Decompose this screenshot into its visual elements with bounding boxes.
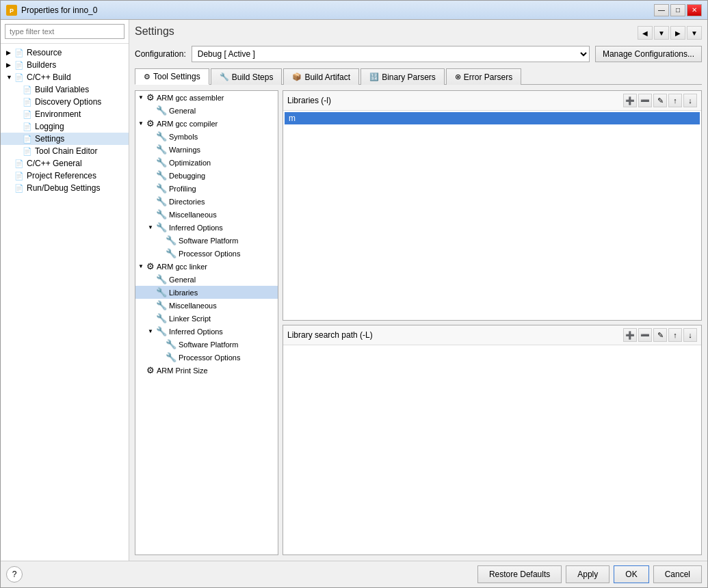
search-add-button[interactable]: ➕ bbox=[623, 328, 637, 342]
filter-input[interactable] bbox=[5, 24, 124, 39]
nav-controls: ◀ ▼ ▶ ▼ bbox=[638, 26, 702, 40]
nav-forward-button[interactable]: ▶ bbox=[670, 26, 685, 40]
libraries-panel-header: Libraries (-l) ➕ ➖ ✎ ↑ ↓ bbox=[283, 91, 701, 111]
tool-tree-item-linker-script[interactable]: 🔧 Linker Script bbox=[135, 312, 278, 325]
tab-error-parsers[interactable]: ⊗ Error Parsers bbox=[446, 68, 521, 85]
tool-tree-item-inferred-options[interactable]: ▼ 🔧 Inferred Options bbox=[135, 325, 278, 338]
lib-add-button[interactable]: ➕ bbox=[623, 94, 637, 107]
search-down-button[interactable]: ↓ bbox=[683, 328, 697, 342]
close-button[interactable]: ✕ bbox=[687, 4, 702, 16]
search-delete-button[interactable]: ➖ bbox=[638, 328, 652, 342]
tool-tree-item-arm-gcc-linker[interactable]: ▼ ⚙ ARM gcc linker bbox=[135, 260, 278, 273]
libraries-title: Libraries (-l) bbox=[287, 96, 331, 105]
tool-tree-panel: ▼ ⚙ ARM gcc assembler 🔧 General ▼ ⚙ ARM … bbox=[135, 90, 278, 555]
tab-tool-settings[interactable]: ⚙ Tool Settings bbox=[135, 68, 209, 85]
left-tree-item-run/debug-settings[interactable]: 📄 Run/Debug Settings bbox=[1, 182, 129, 194]
left-tree-item-settings[interactable]: 📄 Settings bbox=[1, 133, 129, 145]
tool-tree-item-miscellaneous[interactable]: 🔧 Miscellaneous bbox=[135, 208, 278, 221]
left-tree-item-project-references[interactable]: 📄 Project References bbox=[1, 170, 129, 182]
left-tree-item-c/c++-build[interactable]: ▼ 📄 C/C++ Build bbox=[1, 71, 129, 83]
help-button[interactable]: ? bbox=[6, 566, 23, 583]
tool-tree-item-software-platform[interactable]: 🔧 Software Platform bbox=[135, 234, 278, 247]
library-search-panel: Library search path (-L) ➕ ➖ ✎ ↑ ↓ bbox=[283, 325, 702, 555]
right-panel: Settings ◀ ▼ ▶ ▼ Configuration: Debug [ … bbox=[129, 20, 707, 561]
left-tree-item-build-variables[interactable]: 📄 Build Variables bbox=[1, 83, 129, 96]
tool-tree-item-general[interactable]: 🔧 General bbox=[135, 273, 278, 286]
tabs-bar: ⚙ Tool Settings🔧 Build Steps📦 Build Arti… bbox=[135, 68, 702, 85]
tool-tree-item-libraries[interactable]: 🔧 Libraries bbox=[135, 286, 278, 299]
svg-text:P: P bbox=[10, 8, 14, 14]
tool-tree-item-software-platform[interactable]: 🔧 Software Platform bbox=[135, 338, 278, 351]
left-panel: ▶ 📄 Resource ▶ 📄 Builders ▼ 📄 C/C++ Buil… bbox=[1, 20, 129, 561]
library-search-toolbar: ➕ ➖ ✎ ↑ ↓ bbox=[623, 328, 697, 342]
tool-tree-item-processor-options[interactable]: 🔧 Processor Options bbox=[135, 351, 278, 364]
config-row: Configuration: Debug [ Active ] Manage C… bbox=[135, 46, 702, 62]
tool-tree-item-miscellaneous[interactable]: 🔧 Miscellaneous bbox=[135, 299, 278, 312]
lib-item[interactable]: m bbox=[285, 112, 700, 124]
search-up-button[interactable]: ↑ bbox=[668, 328, 682, 342]
libraries-toolbar: ➕ ➖ ✎ ↑ ↓ bbox=[623, 94, 697, 107]
main-panels: Libraries (-l) ➕ ➖ ✎ ↑ ↓ m bbox=[283, 90, 702, 555]
config-select[interactable]: Debug [ Active ] bbox=[192, 46, 590, 62]
libraries-content: m bbox=[283, 111, 701, 320]
config-label: Configuration: bbox=[135, 49, 186, 59]
library-search-title: Library search path (-L) bbox=[287, 330, 373, 340]
minimize-button[interactable]: — bbox=[654, 4, 669, 16]
search-edit-button[interactable]: ✎ bbox=[653, 328, 667, 342]
tool-tree-item-processor-options[interactable]: 🔧 Processor Options bbox=[135, 247, 278, 260]
tab-binary-parsers[interactable]: 🔢 Binary Parsers bbox=[360, 68, 445, 85]
restore-defaults-button[interactable]: Restore Defaults bbox=[477, 565, 562, 583]
left-tree-item-logging[interactable]: 📄 Logging bbox=[1, 120, 129, 133]
library-search-content bbox=[283, 345, 701, 554]
main-window: P Properties for inno_0 — □ ✕ ▶ 📄 Resour… bbox=[0, 0, 708, 588]
panels-container: ▼ ⚙ ARM gcc assembler 🔧 General ▼ ⚙ ARM … bbox=[135, 90, 702, 555]
tool-tree-item-profiling[interactable]: 🔧 Profiling bbox=[135, 182, 278, 195]
left-tree-item-tool-chain-editor[interactable]: 📄 Tool Chain Editor bbox=[1, 145, 129, 157]
lib-down-button[interactable]: ↓ bbox=[683, 94, 697, 107]
tool-tree-item-arm-gcc-assembler[interactable]: ▼ ⚙ ARM gcc assembler bbox=[135, 91, 278, 104]
tool-tree-item-symbols[interactable]: 🔧 Symbols bbox=[135, 130, 278, 143]
window-controls: — □ ✕ bbox=[654, 4, 702, 16]
nav-dropdown2-button[interactable]: ▼ bbox=[687, 26, 702, 40]
library-search-panel-header: Library search path (-L) ➕ ➖ ✎ ↑ ↓ bbox=[283, 325, 701, 345]
window-icon: P bbox=[6, 5, 17, 16]
tool-tree-item-arm-print-size[interactable]: ⚙ ARM Print Size bbox=[135, 364, 278, 377]
ok-button[interactable]: OK bbox=[614, 565, 648, 583]
filter-box bbox=[1, 20, 129, 44]
nav-dropdown-button[interactable]: ▼ bbox=[654, 26, 669, 40]
main-content: ▶ 📄 Resource ▶ 📄 Builders ▼ 📄 C/C++ Buil… bbox=[1, 20, 707, 561]
tool-tree-item-inferred-options[interactable]: ▼ 🔧 Inferred Options bbox=[135, 221, 278, 234]
left-tree-item-resource[interactable]: ▶ 📄 Resource bbox=[1, 46, 129, 59]
cancel-button[interactable]: Cancel bbox=[653, 565, 702, 583]
manage-configurations-button[interactable]: Manage Configurations... bbox=[595, 46, 702, 62]
left-tree-item-builders[interactable]: ▶ 📄 Builders bbox=[1, 59, 129, 71]
apply-button[interactable]: Apply bbox=[566, 565, 609, 583]
lib-up-button[interactable]: ↑ bbox=[668, 94, 682, 107]
tool-tree-item-arm-gcc-compiler[interactable]: ▼ ⚙ ARM gcc compiler bbox=[135, 117, 278, 130]
maximize-button[interactable]: □ bbox=[670, 4, 685, 16]
left-tree-item-environment[interactable]: 📄 Environment bbox=[1, 108, 129, 120]
tool-tree-item-warnings[interactable]: 🔧 Warnings bbox=[135, 143, 278, 156]
tool-tree-item-debugging[interactable]: 🔧 Debugging bbox=[135, 169, 278, 182]
page-title: Settings bbox=[135, 25, 174, 38]
libraries-panel: Libraries (-l) ➕ ➖ ✎ ↑ ↓ m bbox=[283, 90, 702, 321]
tool-tree-item-optimization[interactable]: 🔧 Optimization bbox=[135, 156, 278, 169]
lib-edit-button[interactable]: ✎ bbox=[653, 94, 667, 107]
window-title: Properties for inno_0 bbox=[21, 5, 654, 15]
dialog-footer: ? Restore Defaults Apply OK Cancel bbox=[1, 561, 707, 587]
tool-tree-item-general[interactable]: 🔧 General bbox=[135, 104, 278, 117]
left-tree-item-c/c++-general[interactable]: 📄 C/C++ General bbox=[1, 157, 129, 170]
tab-build-steps[interactable]: 🔧 Build Steps bbox=[211, 68, 283, 85]
left-tree-item-discovery-options[interactable]: 📄 Discovery Options bbox=[1, 96, 129, 108]
title-bar: P Properties for inno_0 — □ ✕ bbox=[1, 1, 707, 20]
nav-back-button[interactable]: ◀ bbox=[638, 26, 653, 40]
lib-delete-button[interactable]: ➖ bbox=[638, 94, 652, 107]
tool-tree-item-directories[interactable]: 🔧 Directories bbox=[135, 195, 278, 208]
left-tree: ▶ 📄 Resource ▶ 📄 Builders ▼ 📄 C/C++ Buil… bbox=[1, 44, 129, 561]
tab-build-artifact[interactable]: 📦 Build Artifact bbox=[283, 68, 359, 85]
